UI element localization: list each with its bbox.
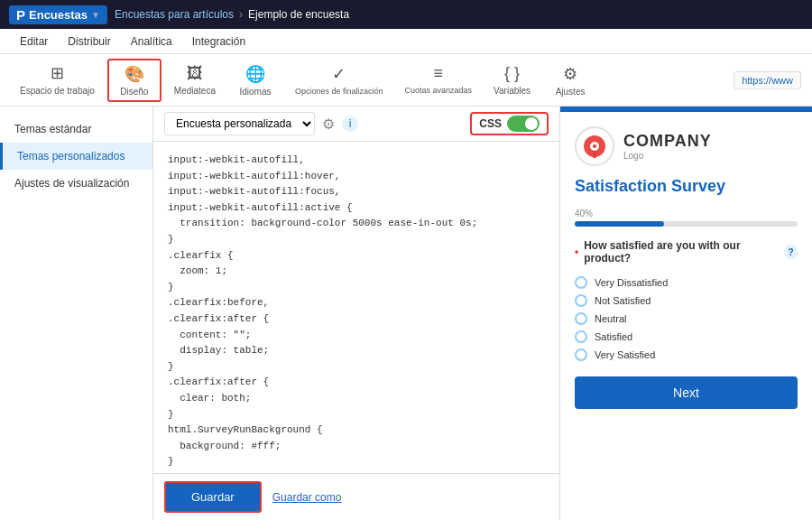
toolbar-cuotas[interactable]: ≡ Cuotas avanzadas — [396, 60, 482, 99]
code-line: } — [168, 407, 545, 423]
top-bar: P Encuestas ▼ Encuestas para artículos ›… — [0, 0, 812, 29]
workspace-icon: ⊞ — [51, 63, 64, 83]
radio-circle — [575, 294, 587, 307]
toolbar-mediateca[interactable]: 🖼 Mediateca — [165, 60, 225, 99]
sidebar-item-temas-estandar[interactable]: Temas estándar — [0, 116, 152, 143]
code-line: .clearfix:after { — [168, 375, 545, 391]
menu-integracion[interactable]: Integración — [183, 32, 254, 51]
quotas-icon: ≡ — [434, 64, 444, 83]
company-name: COMPANY — [623, 132, 712, 151]
save-button[interactable]: Guardar — [164, 481, 262, 513]
app-name: Encuestas — [29, 8, 88, 22]
toolbar-idiomas-label: Idiomas — [239, 87, 271, 97]
logo-svg — [581, 133, 608, 160]
languages-icon: 🌐 — [245, 64, 265, 84]
logo-letter: P — [16, 7, 25, 23]
code-line: display: table; — [168, 343, 545, 359]
preview-content: COMPANY Logo Satisfaction Survey 40% • H… — [560, 112, 812, 423]
breadcrumb-link[interactable]: Encuestas para artículos — [115, 8, 234, 21]
next-button[interactable]: Next — [575, 376, 798, 409]
toolbar-finalizacion-label: Opciones de finalización — [295, 87, 383, 97]
company-logo: COMPANY Logo — [575, 126, 798, 166]
breadcrumb: Encuestas para artículos › Ejemplo de en… — [115, 8, 349, 21]
required-indicator: • — [575, 246, 578, 258]
toolbar-variables-label: Variables — [494, 86, 531, 96]
radio-label: Very Satisfied — [595, 349, 655, 360]
toolbar-espacio-label: Espacio de trabajo — [20, 86, 95, 97]
toolbar-cuotas-label: Cuotas avanzadas — [405, 86, 473, 96]
code-editor[interactable]: input:-webkit-autofill,input:-webkit-aut… — [153, 142, 559, 473]
code-line: html.SurveyRunBackground { — [168, 422, 545, 439]
radio-circle — [575, 348, 587, 361]
main-content: Temas estándar Temas personalizados Ajus… — [0, 107, 812, 520]
code-line: clear: both; — [168, 391, 545, 407]
help-icon[interactable]: ? — [784, 245, 798, 259]
toolbar-variables[interactable]: { } Variables — [484, 60, 540, 99]
code-line: content: ""; — [168, 328, 545, 344]
code-line: .clearfix:after { — [168, 311, 545, 328]
code-line: input:-webkit-autofill, — [168, 153, 545, 169]
progress-bar-container: 40% — [575, 209, 798, 227]
radio-options: Very DissatisfiedNot SatisfiedNeutralSat… — [575, 274, 798, 364]
save-as-button[interactable]: Guardar como — [272, 491, 342, 504]
radio-option[interactable]: Very Satisfied — [575, 346, 798, 364]
css-toggle-switch[interactable] — [507, 116, 540, 132]
code-line: background: #fff; — [168, 439, 545, 455]
menu-analitica[interactable]: Analítica — [122, 32, 181, 51]
toolbar-finalizacion[interactable]: ✓ Opciones de finalización — [286, 60, 392, 100]
toolbar-ajustes[interactable]: ⚙ Ajustes — [543, 60, 597, 100]
code-line: transition: background-color 5000s ease-… — [168, 216, 545, 232]
app-logo[interactable]: P Encuestas ▼ — [9, 5, 107, 24]
code-line: input:-webkit-autofill:active { — [168, 200, 545, 217]
radio-option[interactable]: Very Dissatisfied — [575, 274, 798, 292]
url-display: https://www — [734, 71, 801, 89]
question-text: How satisfied are you with our product? — [584, 239, 779, 265]
editor-area: Encuesta personalizada ⚙ i CSS input:-we… — [153, 107, 559, 520]
left-sidebar: Temas estándar Temas personalizados Ajus… — [0, 107, 153, 520]
preview-panel: COMPANY Logo Satisfaction Survey 40% • H… — [559, 107, 812, 520]
progress-label: 40% — [575, 209, 798, 218]
settings-icon: ⚙ — [563, 64, 577, 84]
info-icon[interactable]: i — [342, 116, 358, 132]
toolbar-espacio[interactable]: ⊞ Espacio de trabajo — [11, 60, 104, 100]
logo-icon — [575, 126, 614, 166]
css-toggle[interactable]: CSS — [470, 112, 549, 135]
radio-label: Very Dissatisfied — [595, 277, 668, 288]
radio-option[interactable]: Not Satisfied — [575, 292, 798, 310]
toolbar: ⊞ Espacio de trabajo 🎨 Diseño 🖼 Mediatec… — [0, 54, 812, 107]
radio-circle — [575, 312, 587, 325]
code-line: } — [168, 280, 545, 296]
dropdown-icon[interactable]: ▼ — [91, 10, 100, 20]
toolbar-diseno[interactable]: 🎨 Diseño — [107, 59, 161, 102]
finalization-icon: ✓ — [332, 64, 346, 84]
code-line: zoom: 1; — [168, 264, 545, 280]
radio-label: Not Satisfied — [595, 295, 651, 306]
radio-label: Satisfied — [595, 331, 632, 342]
company-sub: Logo — [623, 151, 712, 161]
code-line: .clearfix:before, — [168, 295, 545, 311]
sidebar-item-ajustes-visual[interactable]: Ajustes de visualización — [0, 170, 152, 197]
radio-circle — [575, 276, 587, 289]
toolbar-ajustes-label: Ajustes — [556, 87, 586, 97]
question-label: • How satisfied are you with our product… — [575, 239, 798, 265]
toolbar-idiomas[interactable]: 🌐 Idiomas — [228, 60, 282, 100]
sidebar-item-temas-personalizados[interactable]: Temas personalizados — [0, 143, 152, 170]
survey-title: Satisfaction Survey — [575, 177, 798, 196]
code-line: } — [168, 454, 545, 470]
settings-small-icon[interactable]: ⚙ — [322, 116, 335, 133]
variables-icon: { } — [504, 64, 520, 83]
menu-bar: Editar Distribuir Analítica Integración — [0, 29, 812, 54]
radio-circle — [575, 330, 587, 343]
theme-select[interactable]: Encuesta personalizada — [164, 112, 315, 135]
code-line: } — [168, 232, 545, 248]
radio-option[interactable]: Satisfied — [575, 328, 798, 346]
design-icon: 🎨 — [125, 64, 144, 84]
radio-option[interactable]: Neutral — [575, 310, 798, 328]
code-line: } — [168, 359, 545, 376]
breadcrumb-current: Ejemplo de encuesta — [248, 8, 349, 21]
code-line: input:-webkit-autofill:focus, — [168, 184, 545, 200]
media-icon: 🖼 — [187, 64, 203, 83]
css-label: CSS — [479, 117, 502, 130]
menu-distribuir[interactable]: Distribuir — [59, 32, 119, 51]
menu-editar[interactable]: Editar — [11, 32, 57, 51]
